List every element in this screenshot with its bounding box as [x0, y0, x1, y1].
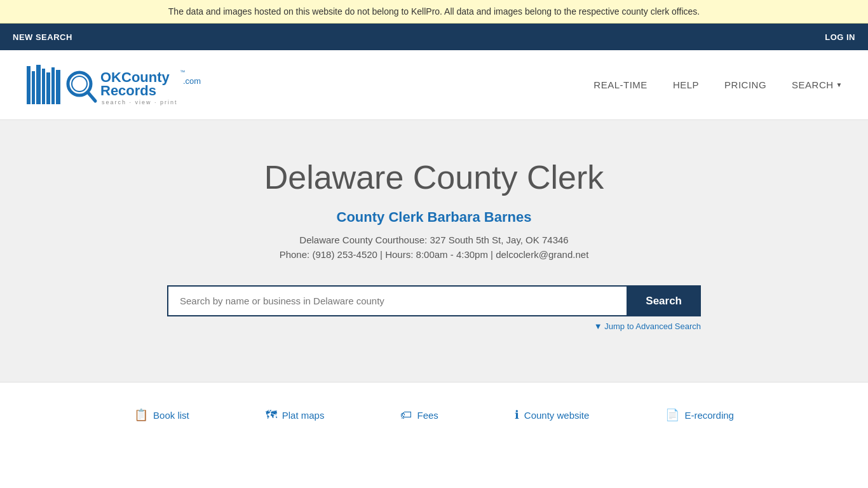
footer-link-e-recording[interactable]: 📄E-recording: [665, 408, 734, 422]
banner-text: The data and images hosted on this websi…: [168, 6, 700, 17]
svg-rect-4: [46, 72, 50, 104]
svg-rect-2: [36, 65, 41, 104]
search-button[interactable]: Search: [627, 285, 701, 316]
svg-rect-3: [42, 69, 45, 104]
plat-maps-label: Plat maps: [282, 410, 325, 421]
footer-links: 📋Book list🗺Plat maps🏷FeesℹCounty website…: [0, 382, 868, 447]
phone-line: Phone: (918) 253-4520 | Hours: 8:00am - …: [13, 249, 855, 260]
footer-link-county-website[interactable]: ℹCounty website: [515, 408, 590, 422]
new-search-link[interactable]: NEW SEARCH: [13, 32, 72, 42]
plat-maps-icon: 🗺: [266, 409, 277, 422]
clerk-name: County Clerk Barbara Barnes: [13, 209, 855, 226]
advanced-search-link[interactable]: ▼ Jump to Advanced Search: [167, 322, 701, 331]
fees-label: Fees: [417, 410, 438, 421]
svg-rect-0: [27, 66, 31, 104]
header-nav: REAL-TIME HELP PRICING SEARCH ▼: [593, 79, 843, 90]
svg-rect-6: [56, 70, 60, 104]
footer-link-fees[interactable]: 🏷Fees: [400, 409, 438, 422]
svg-text:Records: Records: [100, 83, 156, 98]
book-list-icon: 📋: [134, 408, 148, 422]
county-title: Delaware County Clerk: [13, 158, 855, 196]
svg-line-9: [88, 92, 95, 101]
svg-rect-1: [32, 71, 35, 104]
logo-svg: OKCounty Records .com search · view · pr…: [25, 60, 203, 111]
svg-text:™: ™: [180, 69, 185, 75]
fees-icon: 🏷: [400, 409, 412, 422]
main-content: Delaware County Clerk County Clerk Barba…: [0, 120, 868, 382]
e-recording-label: E-recording: [684, 410, 734, 421]
log-in-link[interactable]: LOG IN: [825, 32, 855, 42]
county-website-label: County website: [524, 410, 590, 421]
search-input[interactable]: [167, 285, 627, 316]
e-recording-icon: 📄: [665, 408, 679, 422]
address-line: Delaware County Courthouse: 327 South 5t…: [13, 234, 855, 245]
search-nav-link[interactable]: SEARCH ▼: [792, 79, 843, 90]
nav-bar: NEW SEARCH LOG IN: [0, 24, 868, 50]
footer-link-book-list[interactable]: 📋Book list: [134, 408, 189, 422]
search-dropdown-arrow: ▼: [836, 81, 843, 88]
search-container: Search: [167, 285, 701, 316]
svg-point-8: [72, 76, 87, 92]
footer-link-plat-maps[interactable]: 🗺Plat maps: [266, 409, 325, 422]
svg-rect-5: [51, 67, 55, 104]
top-banner: The data and images hosted on this websi…: [0, 0, 868, 24]
site-header: OKCounty Records .com search · view · pr…: [0, 50, 868, 120]
realtime-link[interactable]: REAL-TIME: [593, 79, 648, 90]
svg-text:search · view · print: search · view · print: [102, 99, 178, 105]
help-link[interactable]: HELP: [673, 79, 699, 90]
pricing-link[interactable]: PRICING: [724, 79, 766, 90]
logo-area: OKCounty Records .com search · view · pr…: [25, 60, 203, 111]
book-list-label: Book list: [153, 410, 189, 421]
search-nav-label: SEARCH: [792, 79, 834, 90]
svg-text:.com: .com: [183, 76, 201, 86]
county-website-icon: ℹ: [515, 408, 519, 422]
